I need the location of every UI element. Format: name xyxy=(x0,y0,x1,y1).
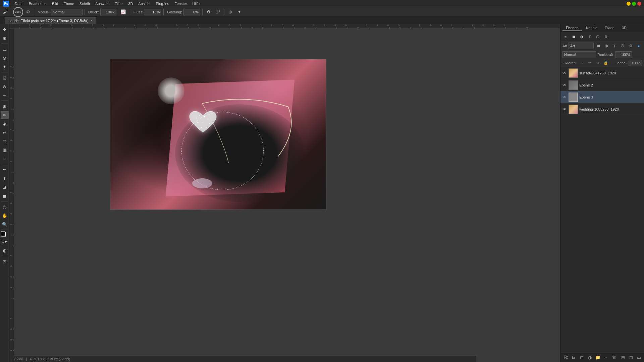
path-select-tool[interactable]: ⊿ xyxy=(1,183,9,191)
menu-ansicht[interactable]: Ansicht xyxy=(136,1,153,6)
clone-tool[interactable]: ◈ xyxy=(1,120,9,128)
delete-layer-btn[interactable]: 🗑 xyxy=(610,354,618,361)
add-mask-btn[interactable]: ◻ xyxy=(578,354,585,361)
swap-colors-btn[interactable]: ⇄ xyxy=(5,240,8,243)
menu-bild[interactable]: Bild xyxy=(49,1,61,6)
color-swatches[interactable] xyxy=(1,231,9,239)
fluss-input[interactable] xyxy=(145,9,161,15)
menu-datei[interactable]: Datei xyxy=(12,1,26,6)
document-tab[interactable]: Leucht Effekt.psdc bei 17,2% (Ebene 3, R… xyxy=(5,17,96,24)
foreground-color[interactable] xyxy=(1,231,5,236)
magic-wand-tool[interactable]: ✦ xyxy=(1,63,9,71)
move-tool[interactable]: ✥ xyxy=(1,25,9,34)
fx-btn[interactable]: fx xyxy=(570,354,577,361)
type-layer-btn[interactable]: T xyxy=(586,33,593,41)
spot-heal-tool[interactable]: ⊕ xyxy=(1,102,9,110)
marquee-tool[interactable]: ▭ xyxy=(1,45,9,53)
layer-item-wedding[interactable]: 👁 wedding-1083258_1920 xyxy=(560,103,644,115)
canvas-content[interactable] xyxy=(110,59,326,210)
lock-all-btn[interactable]: 🔒 xyxy=(603,60,609,66)
canvas-wrapper[interactable]: -1800 -1600 -1400 -1200 -1000 -800 -600 … xyxy=(9,29,560,362)
shape-layer-btn[interactable]: ⬡ xyxy=(594,33,601,41)
tab-close-btn[interactable]: × xyxy=(91,19,93,22)
opacity-input[interactable] xyxy=(615,51,632,58)
angle-btn[interactable]: 1° xyxy=(214,8,222,16)
druck-curve-btn[interactable]: 📈 xyxy=(118,8,128,16)
dodge-tool[interactable]: ○ xyxy=(1,155,9,163)
menu-auswahl[interactable]: Auswahl xyxy=(93,1,112,6)
screen-mode-btn[interactable]: ⊡ xyxy=(1,257,9,265)
menu-filter[interactable]: Filter xyxy=(112,1,125,6)
tool-preset-btn[interactable]: 🖌 xyxy=(1,8,9,16)
lock-position-btn[interactable]: ⊕ xyxy=(595,60,601,66)
lasso-tool[interactable]: ⊙ xyxy=(1,54,9,62)
blend-mode-dropdown[interactable]: Normal Multiplizieren Negativ multipliz.… xyxy=(562,51,596,58)
pen-tool[interactable]: ✒ xyxy=(1,166,9,174)
layer-type-filter[interactable]: Art Name Effekt xyxy=(569,43,594,49)
menu-ebene[interactable]: Ebene xyxy=(61,1,77,6)
adjustment-layer-btn[interactable]: ◑ xyxy=(578,33,585,41)
layer-visibility-ebene3[interactable]: 👁 xyxy=(562,95,567,100)
group-btn[interactable]: 📁 xyxy=(594,354,601,361)
quick-mask-btn[interactable]: ◐ xyxy=(1,246,9,254)
tab-kanaele[interactable]: Kanäle xyxy=(583,25,601,31)
brush-tool[interactable]: ✏ xyxy=(1,111,9,119)
layer-filter-shape[interactable]: ⬡ xyxy=(619,43,626,49)
adjustment-btn[interactable]: ◑ xyxy=(586,354,593,361)
mode-dropdown[interactable]: Normal Multiplizieren Negativ multipliz. xyxy=(51,9,83,15)
brush-settings-btn[interactable]: ⚙ xyxy=(24,8,32,16)
gradient-tool[interactable]: ▦ xyxy=(1,146,9,154)
layer-item-ebene2[interactable]: 👁 Ebene 2 xyxy=(560,79,644,91)
eyedropper-tool[interactable]: ⊘ xyxy=(1,82,9,90)
fill-input[interactable] xyxy=(629,60,642,66)
3d-tool[interactable]: ◎ xyxy=(1,203,9,211)
ruler-tool[interactable]: ⊣ xyxy=(1,91,9,99)
layer-item-sunset[interactable]: 👁 sunset-6041750_1920 xyxy=(560,67,644,79)
menu-3d[interactable]: 3D xyxy=(125,1,136,6)
layer-filter-smart[interactable]: ⊕ xyxy=(627,43,634,49)
pressure-btn[interactable]: ⊕ xyxy=(226,8,234,16)
menu-fenster[interactable]: Fenster xyxy=(172,1,190,6)
filter-layers-toggle[interactable]: ≡ xyxy=(562,33,569,41)
tab-ebenen[interactable]: Ebenen xyxy=(562,25,582,31)
tab-pfade[interactable]: Pfade xyxy=(601,25,618,31)
history-brush-tool[interactable]: ↩ xyxy=(1,128,9,136)
layer-visibility-wedding[interactable]: 👁 xyxy=(562,107,567,112)
default-colors-btn[interactable]: ⊡ xyxy=(2,240,4,243)
layer-filter-pixel[interactable]: ◼ xyxy=(595,43,602,49)
menu-hilfe[interactable]: Hilfe xyxy=(190,1,202,6)
tab-3d[interactable]: 3D xyxy=(619,25,630,31)
layer-filter-active-toggle[interactable]: ● xyxy=(635,43,642,49)
shape-tool[interactable]: ◼ xyxy=(1,192,9,200)
layer-item-ebene3[interactable]: 👁 Ebene 3 xyxy=(560,91,644,103)
layer-visibility-ebene2[interactable]: 👁 xyxy=(562,82,567,88)
lock-image-btn[interactable]: ✏ xyxy=(587,60,593,66)
druck-input[interactable] xyxy=(100,9,117,15)
layer-filter-type[interactable]: T xyxy=(611,43,618,49)
menu-bearbeiten[interactable]: Bearbeiten xyxy=(26,1,49,6)
crop-tool[interactable]: ⊡ xyxy=(1,74,9,82)
snap-btn[interactable]: ⊞ xyxy=(619,354,627,361)
image-size-btn[interactable]: ▭ xyxy=(635,354,643,361)
canvas-resize-btn[interactable]: ⊡ xyxy=(627,354,635,361)
eraser-tool[interactable]: ◻ xyxy=(1,137,9,145)
hand-tool[interactable]: ✋ xyxy=(1,212,9,220)
link-layers-btn[interactable]: ⛓ xyxy=(562,354,569,361)
pixel-layer-btn[interactable]: ◼ xyxy=(570,33,577,41)
glattung-input[interactable] xyxy=(183,9,200,15)
canvas-image[interactable] xyxy=(110,59,326,210)
type-tool[interactable]: T xyxy=(1,174,9,182)
layer-filter-adj[interactable]: ◑ xyxy=(603,43,610,49)
symmetry-btn[interactable]: ⚙ xyxy=(205,8,213,16)
artboard-tool[interactable]: ⊞ xyxy=(1,34,9,42)
lock-pixels-btn[interactable]: ∷ xyxy=(579,60,585,66)
window-maximize[interactable] xyxy=(632,2,636,6)
layer-visibility-sunset[interactable]: 👁 xyxy=(562,70,567,76)
window-minimize[interactable] xyxy=(627,2,631,6)
window-close[interactable] xyxy=(637,2,641,6)
smart-layer-btn[interactable]: ⊕ xyxy=(602,33,609,41)
zoom-tool[interactable]: 🔍 xyxy=(1,220,9,228)
menu-plugins[interactable]: Plug-ins xyxy=(153,1,172,6)
new-layer-btn[interactable]: ＋ xyxy=(602,354,609,361)
menu-schrift[interactable]: Schrift xyxy=(77,1,93,6)
